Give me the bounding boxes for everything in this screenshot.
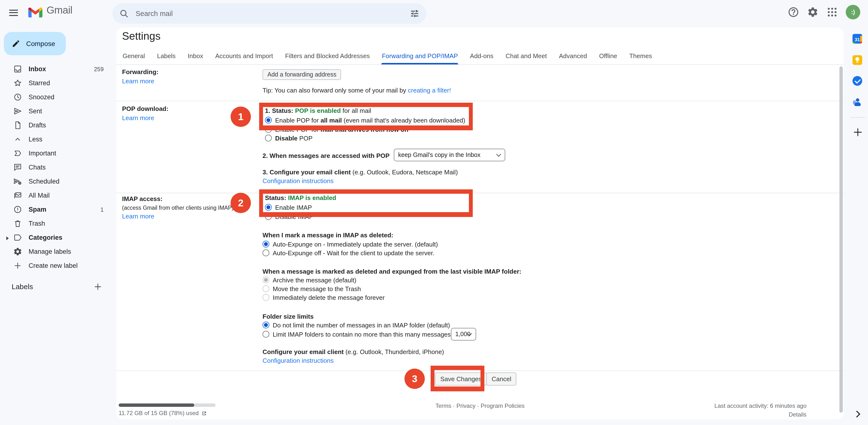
tab-themes[interactable]: Themes xyxy=(629,50,652,64)
sidebar-item-create-new-label[interactable]: Create new label xyxy=(0,259,116,273)
forwarding-learn-more-link[interactable]: Learn more xyxy=(122,78,154,85)
sidebar-item-sent[interactable]: Sent xyxy=(0,104,116,118)
settings-tabs: General Labels Inbox Accounts and Import… xyxy=(122,49,652,64)
collapse-side-panel-chevron-icon[interactable] xyxy=(854,411,860,418)
contacts-icon[interactable] xyxy=(852,97,863,108)
tab-offline[interactable]: Offline xyxy=(599,50,618,64)
inbox-count: 259 xyxy=(94,65,104,73)
sidebar-item-snoozed[interactable]: Snoozed xyxy=(0,90,116,104)
imap-expunge-heading: When a message is marked as deleted and … xyxy=(262,268,521,276)
clock-icon xyxy=(13,92,23,102)
tab-forwarding-and-pop-imap[interactable]: Forwarding and POP/IMAP xyxy=(381,50,459,64)
tab-accounts-and-import[interactable]: Accounts and Import xyxy=(215,50,273,64)
tasks-icon[interactable] xyxy=(852,76,863,87)
sidebar-item-inbox[interactable]: Inbox 259 xyxy=(0,62,116,76)
help-icon[interactable] xyxy=(787,6,799,18)
account-avatar[interactable]: :) xyxy=(846,5,860,19)
radio-disable-pop[interactable] xyxy=(265,134,272,142)
terms-link[interactable]: Terms xyxy=(435,402,451,409)
pop-learn-more-link[interactable]: Learn more xyxy=(122,114,154,122)
imap-configuration-instructions-link[interactable]: Configuration instructions xyxy=(262,357,334,365)
open-in-new-icon[interactable] xyxy=(202,411,207,416)
sidebar-item-categories[interactable]: Categories xyxy=(0,231,116,245)
compose-button[interactable]: Compose xyxy=(4,32,66,55)
hamburger-menu-icon[interactable] xyxy=(8,7,20,19)
add-addon-plus-icon[interactable] xyxy=(852,127,863,138)
sidebar-item-scheduled[interactable]: Scheduled xyxy=(0,174,116,188)
auto-expunge-on-option: Auto-Expunge on - Immediately update the… xyxy=(262,241,438,248)
annotation-step-2: 2 xyxy=(230,193,251,213)
expunge-archive-option: Archive the message (default) xyxy=(262,277,356,284)
sidebar-item-trash[interactable]: Trash xyxy=(0,216,116,231)
file-icon xyxy=(13,120,23,130)
calendar-icon[interactable]: 31 xyxy=(852,34,863,44)
imap-access-label: IMAP access: xyxy=(122,195,162,203)
important-marker-icon xyxy=(13,148,23,158)
pop-configuration-instructions-link[interactable]: Configuration instructions xyxy=(262,177,334,185)
radio-auto-expunge-on[interactable] xyxy=(262,241,269,247)
annotation-box-1 xyxy=(259,103,473,130)
divider xyxy=(850,117,865,118)
add-label-plus-icon[interactable] xyxy=(93,282,103,292)
tab-labels[interactable]: Labels xyxy=(157,50,176,64)
keep-icon[interactable] xyxy=(852,55,863,66)
sidebar-item-manage-labels[interactable]: Manage labels xyxy=(0,245,116,259)
privacy-link[interactable]: Privacy xyxy=(457,402,476,409)
search-bar[interactable] xyxy=(113,3,426,24)
tab-add-ons[interactable]: Add-ons xyxy=(470,50,494,64)
sidebar-nav: Inbox 259 Starred Snoozed Sent Drafts Le… xyxy=(0,62,116,273)
sidebar-item-all-mail[interactable]: All Mail xyxy=(0,188,116,203)
settings-gear-icon[interactable] xyxy=(807,6,818,18)
page-title: Settings xyxy=(122,32,161,40)
expunge-delete-forever-option: Immediately delete the message forever xyxy=(262,294,384,302)
sidebar-item-spam[interactable]: Spam 1 xyxy=(0,203,116,216)
chevron-up-icon xyxy=(13,134,23,144)
search-input[interactable] xyxy=(135,9,410,18)
creating-a-filter-link[interactable]: creating a filter! xyxy=(408,87,451,94)
imap-configure-client-label: Configure your email client (e.g. Outloo… xyxy=(262,348,444,356)
radio-delete-forever[interactable] xyxy=(262,294,269,301)
divider xyxy=(116,64,844,65)
radio-auto-expunge-off[interactable] xyxy=(262,249,269,256)
tab-advanced[interactable]: Advanced xyxy=(558,50,588,64)
annotation-step-3: 3 xyxy=(404,369,425,389)
star-icon xyxy=(13,78,23,88)
program-policies-link[interactable]: Program Policies xyxy=(481,402,525,409)
radio-do-not-limit[interactable] xyxy=(262,322,269,328)
tab-chat-and-meet[interactable]: Chat and Meet xyxy=(505,50,547,64)
sidebar-item-starred[interactable]: Starred xyxy=(0,76,116,90)
expunge-trash-option: Move the message to the Trash xyxy=(262,285,361,293)
sidebar-item-drafts[interactable]: Drafts xyxy=(0,118,116,132)
imap-learn-more-link[interactable]: Learn more xyxy=(122,213,154,220)
sidebar-item-less[interactable]: Less xyxy=(0,132,116,146)
compose-label: Compose xyxy=(26,40,55,48)
tab-general[interactable]: General xyxy=(122,50,146,64)
pop-option-disable: Disable POP xyxy=(265,134,313,142)
expand-arrow-icon[interactable] xyxy=(6,236,9,240)
pop-when-accessed-label: 2. When messages are accessed with POP xyxy=(262,152,390,160)
pop-configure-client-label: 3. Configure your email client (e.g. Out… xyxy=(262,169,458,176)
add-forwarding-address-button[interactable]: Add a forwarding address xyxy=(262,69,341,80)
folder-limit-select[interactable]: 1,000 xyxy=(451,328,476,340)
forwarding-label: Forwarding: xyxy=(122,68,158,76)
inbox-icon xyxy=(13,64,23,74)
sidebar-item-chats[interactable]: Chats xyxy=(0,160,116,174)
sidebar-item-important[interactable]: Important xyxy=(0,146,116,160)
vertical-scrollbar[interactable] xyxy=(839,66,843,413)
tab-inbox[interactable]: Inbox xyxy=(187,50,204,64)
pencil-icon xyxy=(11,39,20,48)
all-mail-icon xyxy=(13,190,23,200)
radio-move-to-trash[interactable] xyxy=(262,285,269,292)
annotation-box-3 xyxy=(431,366,485,391)
pop-when-accessed-select[interactable]: keep Gmail's copy in the Inbox xyxy=(394,149,505,161)
search-options-tune-icon[interactable] xyxy=(410,9,420,19)
radio-archive-message[interactable] xyxy=(262,277,269,283)
spam-icon xyxy=(13,205,23,214)
tab-filters-and-blocked-addresses[interactable]: Filters and Blocked Addresses xyxy=(285,50,370,64)
details-link[interactable]: Details xyxy=(789,411,806,419)
forwarding-tip: Tip: You can also forward only some of y… xyxy=(262,87,451,94)
google-apps-grid-icon[interactable] xyxy=(826,6,838,18)
cancel-button[interactable]: Cancel xyxy=(486,372,517,386)
radio-limit-folders[interactable] xyxy=(262,331,269,338)
imap-deleted-heading: When I mark a message in IMAP as deleted… xyxy=(262,232,393,239)
